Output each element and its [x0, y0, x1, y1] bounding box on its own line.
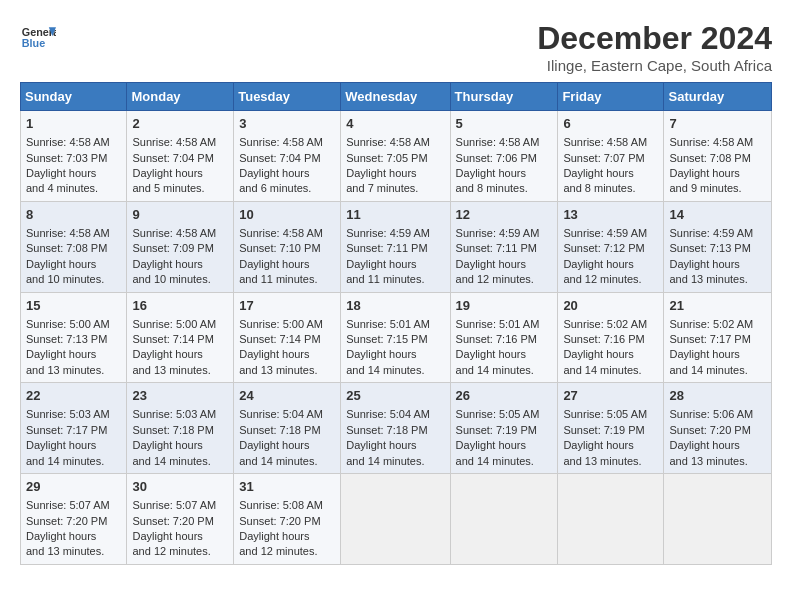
calendar-cell: 9 Sunrise: 4:58 AM Sunset: 7:09 PM Dayli…	[127, 201, 234, 292]
daylight-value: and 13 minutes.	[132, 364, 210, 376]
daylight-label: Daylight hours	[456, 439, 526, 451]
daylight-value: and 14 minutes.	[132, 455, 210, 467]
day-number: 22	[26, 387, 121, 405]
page-subtitle: Ilinge, Eastern Cape, South Africa	[537, 57, 772, 74]
daylight-value: and 14 minutes.	[346, 364, 424, 376]
weekday-header-monday: Monday	[127, 83, 234, 111]
sunset-label: Sunset: 7:13 PM	[669, 242, 750, 254]
calendar-cell	[450, 474, 558, 565]
sunrise-label: Sunrise: 5:00 AM	[239, 318, 323, 330]
calendar-cell: 31 Sunrise: 5:08 AM Sunset: 7:20 PM Dayl…	[234, 474, 341, 565]
day-number: 11	[346, 206, 444, 224]
sunrise-label: Sunrise: 5:03 AM	[26, 408, 110, 420]
sunrise-label: Sunrise: 4:59 AM	[346, 227, 430, 239]
daylight-value: and 13 minutes.	[239, 364, 317, 376]
sunset-label: Sunset: 7:04 PM	[132, 152, 213, 164]
daylight-label: Daylight hours	[346, 258, 416, 270]
weekday-header-tuesday: Tuesday	[234, 83, 341, 111]
day-number: 12	[456, 206, 553, 224]
calendar-cell: 26 Sunrise: 5:05 AM Sunset: 7:19 PM Dayl…	[450, 383, 558, 474]
sunset-label: Sunset: 7:20 PM	[26, 515, 107, 527]
calendar-cell: 20 Sunrise: 5:02 AM Sunset: 7:16 PM Dayl…	[558, 292, 664, 383]
sunrise-label: Sunrise: 5:05 AM	[456, 408, 540, 420]
calendar-cell: 21 Sunrise: 5:02 AM Sunset: 7:17 PM Dayl…	[664, 292, 772, 383]
calendar-cell: 18 Sunrise: 5:01 AM Sunset: 7:15 PM Dayl…	[341, 292, 450, 383]
daylight-value: and 11 minutes.	[346, 273, 424, 285]
daylight-label: Daylight hours	[563, 348, 633, 360]
calendar-week-3: 15 Sunrise: 5:00 AM Sunset: 7:13 PM Dayl…	[21, 292, 772, 383]
daylight-label: Daylight hours	[26, 258, 96, 270]
sunset-label: Sunset: 7:08 PM	[26, 242, 107, 254]
daylight-label: Daylight hours	[26, 348, 96, 360]
calendar-week-4: 22 Sunrise: 5:03 AM Sunset: 7:17 PM Dayl…	[21, 383, 772, 474]
sunset-label: Sunset: 7:15 PM	[346, 333, 427, 345]
calendar-cell: 14 Sunrise: 4:59 AM Sunset: 7:13 PM Dayl…	[664, 201, 772, 292]
daylight-value: and 14 minutes.	[456, 455, 534, 467]
sunrise-label: Sunrise: 4:59 AM	[456, 227, 540, 239]
sunrise-label: Sunrise: 4:58 AM	[26, 227, 110, 239]
sunrise-label: Sunrise: 4:59 AM	[563, 227, 647, 239]
calendar-cell: 4 Sunrise: 4:58 AM Sunset: 7:05 PM Dayli…	[341, 111, 450, 202]
daylight-label: Daylight hours	[346, 167, 416, 179]
day-number: 25	[346, 387, 444, 405]
sunset-label: Sunset: 7:16 PM	[456, 333, 537, 345]
daylight-value: and 8 minutes.	[456, 182, 528, 194]
daylight-label: Daylight hours	[563, 439, 633, 451]
sunset-label: Sunset: 7:08 PM	[669, 152, 750, 164]
day-number: 31	[239, 478, 335, 496]
sunset-label: Sunset: 7:12 PM	[563, 242, 644, 254]
sunset-label: Sunset: 7:17 PM	[26, 424, 107, 436]
daylight-value: and 5 minutes.	[132, 182, 204, 194]
daylight-label: Daylight hours	[239, 348, 309, 360]
daylight-label: Daylight hours	[346, 348, 416, 360]
sunrise-label: Sunrise: 4:58 AM	[132, 227, 216, 239]
sunset-label: Sunset: 7:14 PM	[132, 333, 213, 345]
sunset-label: Sunset: 7:06 PM	[456, 152, 537, 164]
calendar-cell: 29 Sunrise: 5:07 AM Sunset: 7:20 PM Dayl…	[21, 474, 127, 565]
calendar-cell: 11 Sunrise: 4:59 AM Sunset: 7:11 PM Dayl…	[341, 201, 450, 292]
sunrise-label: Sunrise: 4:58 AM	[26, 136, 110, 148]
sunset-label: Sunset: 7:20 PM	[132, 515, 213, 527]
logo: General Blue	[20, 20, 56, 56]
daylight-label: Daylight hours	[669, 439, 739, 451]
day-number: 14	[669, 206, 766, 224]
weekday-header-thursday: Thursday	[450, 83, 558, 111]
calendar-cell: 19 Sunrise: 5:01 AM Sunset: 7:16 PM Dayl…	[450, 292, 558, 383]
sunrise-label: Sunrise: 5:03 AM	[132, 408, 216, 420]
day-number: 30	[132, 478, 228, 496]
daylight-label: Daylight hours	[239, 439, 309, 451]
day-number: 3	[239, 115, 335, 133]
day-number: 4	[346, 115, 444, 133]
page-title: December 2024	[537, 20, 772, 57]
sunrise-label: Sunrise: 4:58 AM	[456, 136, 540, 148]
sunrise-label: Sunrise: 5:02 AM	[669, 318, 753, 330]
sunset-label: Sunset: 7:03 PM	[26, 152, 107, 164]
calendar-cell: 22 Sunrise: 5:03 AM Sunset: 7:17 PM Dayl…	[21, 383, 127, 474]
sunrise-label: Sunrise: 5:04 AM	[239, 408, 323, 420]
sunset-label: Sunset: 7:09 PM	[132, 242, 213, 254]
daylight-value: and 12 minutes.	[132, 545, 210, 557]
sunrise-label: Sunrise: 5:02 AM	[563, 318, 647, 330]
weekday-header-sunday: Sunday	[21, 83, 127, 111]
day-number: 1	[26, 115, 121, 133]
calendar-cell: 8 Sunrise: 4:58 AM Sunset: 7:08 PM Dayli…	[21, 201, 127, 292]
sunrise-label: Sunrise: 5:01 AM	[346, 318, 430, 330]
daylight-value: and 14 minutes.	[563, 364, 641, 376]
sunset-label: Sunset: 7:18 PM	[239, 424, 320, 436]
calendar-cell: 7 Sunrise: 4:58 AM Sunset: 7:08 PM Dayli…	[664, 111, 772, 202]
day-number: 13	[563, 206, 658, 224]
day-number: 5	[456, 115, 553, 133]
calendar-cell: 25 Sunrise: 5:04 AM Sunset: 7:18 PM Dayl…	[341, 383, 450, 474]
daylight-value: and 13 minutes.	[26, 364, 104, 376]
day-number: 6	[563, 115, 658, 133]
day-number: 15	[26, 297, 121, 315]
day-number: 7	[669, 115, 766, 133]
sunset-label: Sunset: 7:20 PM	[669, 424, 750, 436]
sunrise-label: Sunrise: 4:58 AM	[346, 136, 430, 148]
daylight-label: Daylight hours	[26, 167, 96, 179]
sunrise-label: Sunrise: 4:58 AM	[239, 136, 323, 148]
daylight-label: Daylight hours	[456, 258, 526, 270]
daylight-value: and 8 minutes.	[563, 182, 635, 194]
daylight-label: Daylight hours	[563, 258, 633, 270]
calendar-week-1: 1 Sunrise: 4:58 AM Sunset: 7:03 PM Dayli…	[21, 111, 772, 202]
